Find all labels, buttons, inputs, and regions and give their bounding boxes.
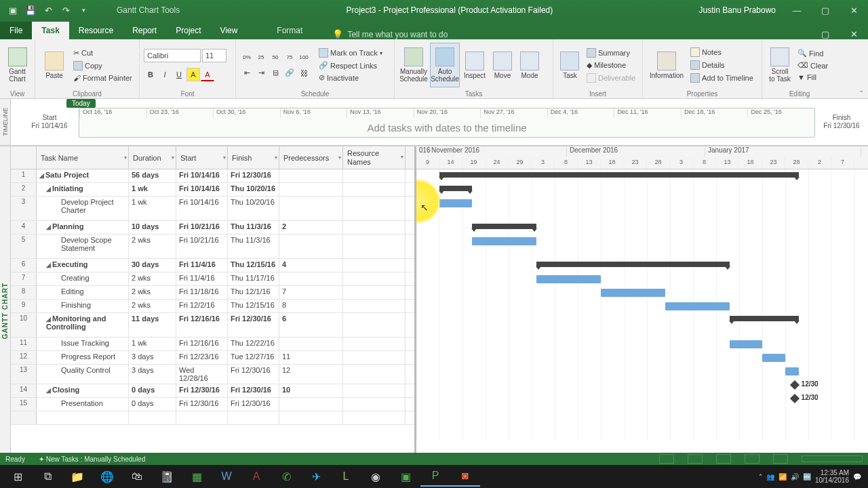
table-row[interactable]: 8Editing2 wksFri 11/18/16Thu 12/1/167 [11, 286, 414, 300]
paste-button[interactable]: Paste [39, 43, 69, 87]
font-color-button[interactable]: A [201, 68, 214, 81]
cut-button[interactable]: ✂Cut [71, 47, 135, 59]
row-number[interactable]: 3 [11, 197, 37, 220]
cell-finish[interactable]: Thu 11/3/16 [228, 221, 279, 234]
chrome-button[interactable]: ◉ [361, 466, 391, 487]
task-bar[interactable] [536, 275, 601, 283]
tab-task[interactable]: Task [32, 22, 68, 39]
underline-button[interactable]: U [172, 68, 186, 81]
row-number[interactable]: 7 [11, 272, 37, 285]
cell-pred[interactable]: 10 [279, 384, 343, 397]
summary-bar[interactable] [472, 224, 536, 229]
row-number[interactable]: 4 [11, 221, 37, 234]
cell-dur[interactable]: 1 wk [129, 338, 176, 350]
cell-resource[interactable] [343, 197, 406, 220]
access-button[interactable]: A [241, 466, 271, 487]
cell-start[interactable]: Fri 10/21/16 [176, 235, 228, 258]
cell-dur[interactable]: 3 days [129, 365, 176, 384]
collapse-toggle-icon[interactable]: ◢ [46, 186, 51, 192]
cell-pred[interactable]: 6 [279, 313, 343, 337]
table-row[interactable]: 13Quality Control3 daysWed 12/28/16Fri 1… [11, 365, 414, 384]
undo-icon[interactable]: ↶ [41, 3, 56, 18]
summary-bar[interactable] [730, 316, 799, 321]
gantt-chart-button[interactable]: Gantt Chart [4, 43, 31, 87]
cell-task-name[interactable]: ◢Initiating [37, 183, 129, 196]
information-button[interactable]: Information [647, 43, 686, 87]
cell-finish[interactable]: Thu 11/17/16 [228, 272, 279, 285]
tell-me-search[interactable]: 💡 Tell me what you want to do [332, 29, 448, 39]
cell-finish[interactable]: Thu 10/20/16 [228, 183, 279, 196]
cell-pred[interactable] [279, 197, 343, 220]
mark-on-track-button[interactable]: Mark on Track ▾ [316, 47, 385, 59]
details-button[interactable]: Details [688, 59, 756, 71]
milestone-button[interactable]: ◆Milestone [584, 60, 638, 71]
cell-task-name[interactable]: ◢Planning [37, 221, 129, 234]
cell-finish[interactable]: Thu 12/15/16 [228, 300, 279, 312]
table-row[interactable]: 3Develop Project Charter1 wkFri 10/14/16… [11, 197, 414, 221]
cell-pred[interactable] [279, 183, 343, 196]
cell-finish[interactable]: Fri 12/30/16 [228, 398, 279, 411]
view-team-planner-button[interactable] [716, 454, 731, 464]
project-app-icon[interactable]: ▣ [5, 3, 20, 18]
row-number[interactable]: 15 [11, 398, 37, 411]
line-button[interactable]: L [331, 466, 361, 487]
table-row[interactable]: 4◢Planning10 daysFri 10/21/16Thu 11/3/16… [11, 221, 414, 235]
cell-dur[interactable]: 11 days [129, 313, 176, 337]
ribbon-display-options-button[interactable]: ▢ [811, 29, 840, 39]
collapse-toggle-icon[interactable]: ◢ [39, 172, 44, 179]
cell-start[interactable]: Fri 12/23/16 [176, 351, 228, 364]
cell-dur[interactable]: 0 days [129, 398, 176, 411]
cell-task-name[interactable]: ◢Executing [37, 259, 129, 272]
cell-resource[interactable] [343, 272, 406, 285]
cell-start[interactable]: Fri 10/21/16 [176, 221, 228, 234]
cell-task-name[interactable]: ◢Closing [37, 384, 129, 397]
cell-pred[interactable] [279, 398, 343, 411]
cell-start[interactable]: Fri 10/14/16 [176, 183, 228, 196]
cell-start[interactable]: Fri 10/14/16 [176, 169, 228, 182]
user-name[interactable]: Justin Banu Prabowo [699, 5, 783, 15]
cell-dur[interactable]: 1 wk [129, 183, 176, 196]
summary-bar[interactable] [439, 186, 472, 191]
inspect-button[interactable]: Inspect [461, 43, 488, 87]
collapse-toggle-icon[interactable]: ◢ [46, 262, 51, 268]
cell-task-name[interactable]: Issue Tracking [37, 338, 129, 350]
col-duration[interactable]: Duration▾ [129, 146, 176, 169]
cell-dur[interactable]: 2 wks [129, 272, 176, 285]
cell-dur[interactable]: 1 wk [129, 197, 176, 220]
row-number[interactable]: 11 [11, 338, 37, 350]
start-button[interactable]: ⊞ [3, 466, 33, 487]
summary-button[interactable]: Summary [584, 47, 638, 59]
tray-chevron-icon[interactable]: ˄ [759, 473, 762, 481]
pct-0-button[interactable]: 0% [240, 51, 254, 64]
highlight-color-button[interactable]: A [186, 68, 200, 81]
cell-finish[interactable]: Fri 12/30/16 [228, 365, 279, 384]
table-row[interactable]: 14◢Closing0 daysFri 12/30/16Fri 12/30/16… [11, 384, 414, 398]
cell-resource[interactable] [343, 183, 406, 196]
maximize-button[interactable]: ▢ [811, 0, 840, 20]
cell-finish[interactable]: Thu 12/22/16 [228, 338, 279, 350]
task-view-button[interactable]: ⧉ [33, 466, 62, 487]
cell-start[interactable]: Fri 12/30/16 [176, 384, 228, 397]
cell-start[interactable]: Fri 12/16/16 [176, 313, 228, 337]
cell-resource[interactable] [343, 384, 406, 397]
deliverable-button[interactable]: Deliverable [584, 72, 638, 84]
cell-pred[interactable]: 2 [279, 221, 343, 234]
cell-pred[interactable]: 8 [279, 300, 343, 312]
close-button[interactable]: ✕ [840, 0, 868, 20]
cell-pred[interactable] [279, 338, 343, 350]
table-row[interactable]: 11Issue Tracking1 wkFri 12/16/16Thu 12/2… [11, 338, 414, 351]
cell-task-name[interactable]: Progress Report [37, 351, 129, 364]
cell-task-name[interactable]: Develop Scope Statement [37, 235, 129, 258]
cell-task-name[interactable]: ◢Monitoring and Controlling [37, 313, 129, 337]
cell-pred[interactable] [279, 235, 343, 258]
clear-button[interactable]: ⌫Clear [795, 60, 831, 71]
font-name-combo[interactable]: Calibri [144, 49, 201, 62]
pct-100-button[interactable]: 100 [297, 51, 311, 64]
collapse-toggle-icon[interactable]: ◢ [46, 316, 51, 323]
table-row[interactable]: 12Progress Report3 daysFri 12/23/16Tue 1… [11, 351, 414, 365]
row-number[interactable]: 14 [11, 384, 37, 397]
row-number[interactable]: 5 [11, 235, 37, 258]
cell-finish[interactable]: Fri 12/30/16 [228, 169, 279, 182]
respect-links-button[interactable]: 🔗Respect Links [316, 60, 385, 71]
row-number[interactable]: 6 [11, 259, 37, 272]
